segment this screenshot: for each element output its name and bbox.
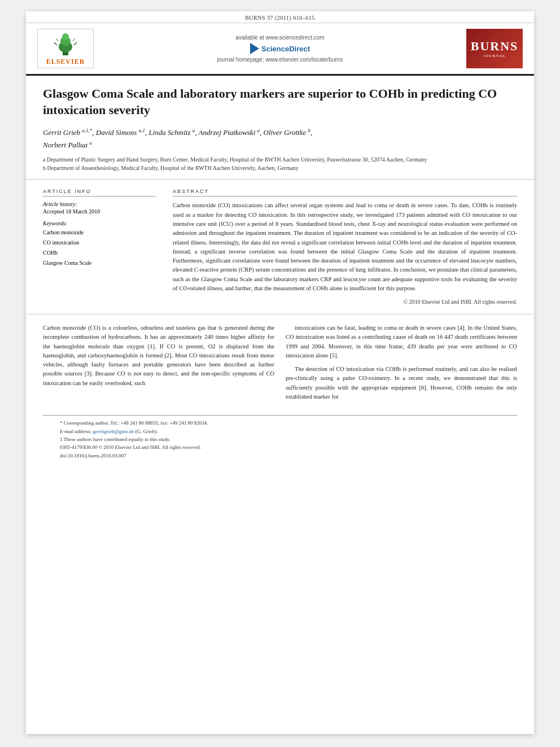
author-piatkowski: Andrzej Piatkowski a, <box>199 128 264 137</box>
available-text: available at www.sciencedirect.com <box>94 34 466 41</box>
keyword-glasgow: Glasgow Coma Scale <box>43 258 156 268</box>
svg-line-5 <box>74 42 77 45</box>
center-brand: available at www.sciencedirect.com Scien… <box>94 34 466 63</box>
author-grieb: Gerrit Grieb a,1,*, <box>43 128 96 137</box>
authors-line: Gerrit Grieb a,1,*, David Simons a,1, Li… <box>43 126 517 151</box>
keywords-list: Carbon monoxide CO intoxication COHb Gla… <box>43 228 156 268</box>
footnotes-section: * Corresponding author. Tel.: +49 241 80… <box>43 415 517 465</box>
body-right-p1: intoxications can be fatal, leading to c… <box>286 324 517 360</box>
author-grottke: Oliver Grottke b, <box>264 128 313 137</box>
author-simons: David Simons a,1, <box>96 128 149 137</box>
abstract-column: ABSTRACT Carbon monoxide (CO) intoxicati… <box>173 189 517 305</box>
brand-bar: ELSEVIER available at www.sciencedirect.… <box>26 23 534 76</box>
footnote-email-suffix: (G. Grieb). <box>135 429 158 434</box>
svg-line-4 <box>54 42 57 45</box>
footnote-email: E-mail address: gerritgrieb@gmx.de (G. G… <box>60 427 500 435</box>
elsevier-logo: ELSEVIER <box>37 29 94 68</box>
author-pallua: Norbert Pallua a <box>43 141 92 149</box>
body-column-left: Carbon monoxide (CO) is a colourless, od… <box>43 324 274 406</box>
svg-line-6 <box>56 38 58 41</box>
article-info-title: ARTICLE INFO <box>43 189 156 196</box>
affiliation-a: a Department of Plastic Surgery and Hand… <box>43 155 517 164</box>
keyword-carbon-monoxide: Carbon monoxide <box>43 228 156 238</box>
footnote-corresponding-text: * Corresponding author. Tel.: +49 241 80… <box>60 420 208 426</box>
elsevier-tree-icon <box>46 31 85 56</box>
svg-point-3 <box>62 33 69 40</box>
footnote-corresponding: * Corresponding author. Tel.: +49 241 80… <box>60 419 500 427</box>
keyword-cohb: COHb <box>43 248 156 258</box>
author-schmitz: Linda Schmitz a, <box>148 128 198 137</box>
burns-subtitle: JOURNAL <box>483 54 506 58</box>
article-info-column: ARTICLE INFO Article history: Accepted 1… <box>43 189 156 305</box>
article-page: BURNS 37 (2011) 610–615 ELSEVIER availab… <box>26 11 534 734</box>
footnote-doi: doi:10.1016/j.burns.2010.03.007 <box>60 452 500 460</box>
affiliations: a Department of Plastic Surgery and Hand… <box>43 155 517 172</box>
body-column-right: intoxications can be fatal, leading to c… <box>286 324 517 406</box>
footnote-email-link[interactable]: gerritgrieb@gmx.de <box>93 429 134 434</box>
footnote-1: 1 These authors have contributed equally… <box>60 435 500 443</box>
article-info-abstract-section: ARTICLE INFO Article history: Accepted 1… <box>26 180 534 314</box>
journal-reference: BURNS 37 (2011) 610–615 <box>26 11 534 23</box>
elsevier-brand-text: ELSEVIER <box>46 58 85 66</box>
burns-journal-logo: BURNS JOURNAL <box>466 29 523 68</box>
journal-ref-text: BURNS 37 (2011) 610–615 <box>245 15 315 21</box>
footnote-issn: 0305-4179/$36.00 © 2010 Elsevier Ltd and… <box>60 443 500 451</box>
body-left-p1: Carbon monoxide (CO) is a colourless, od… <box>43 324 274 388</box>
keyword-co-intoxication: CO intoxication <box>43 238 156 248</box>
title-section: Glasgow Coma Scale and laboratory marker… <box>26 76 534 180</box>
sciencedirect-text: ScienceDirect <box>261 45 310 53</box>
burns-logo-text: BURNS <box>471 39 519 54</box>
keywords-label: Keywords: <box>43 220 156 226</box>
article-title: Glasgow Coma Scale and laboratory marker… <box>43 86 517 118</box>
body-section: Carbon monoxide (CO) is a colourless, od… <box>26 314 534 415</box>
sciencedirect-logo: ScienceDirect <box>94 43 466 54</box>
abstract-title: ABSTRACT <box>173 189 517 196</box>
accepted-date: Accepted 18 March 2010 <box>43 208 156 215</box>
copyright-line: © 2010 Elsevier Ltd and ISBI. All rights… <box>173 299 517 305</box>
sd-arrow-icon <box>250 43 259 54</box>
journal-homepage-text: journal homepage: www.elsevier.com/locat… <box>94 56 466 63</box>
abstract-text: Carbon monoxide (CO) intoxications can a… <box>173 201 517 293</box>
affiliation-b: b Department of Anaesthesiology, Medical… <box>43 164 517 172</box>
article-history-label: Article history: <box>43 201 156 207</box>
footnote-email-label: E-mail address: <box>60 429 91 434</box>
body-right-p2: The detection of CO intoxication via COH… <box>286 365 517 401</box>
svg-line-7 <box>73 38 75 41</box>
